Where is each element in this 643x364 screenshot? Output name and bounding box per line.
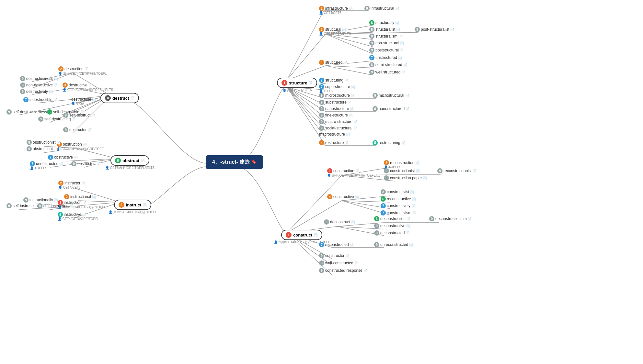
obstruct-icon: 📄 xyxy=(141,159,145,162)
node-obstruct[interactable]: 6 obstruct 📄 👤 CET6/考研/GRE/TOEFL/IELTS xyxy=(105,155,155,170)
word-semi-structured[interactable]: 8 semi-structured 📄 xyxy=(369,62,407,67)
word-obstructive[interactable]: 7 obstructive 📄 xyxy=(48,155,78,160)
instruct-box: 2 instruct 📄 xyxy=(114,200,152,210)
svg-line-11 xyxy=(326,66,373,68)
word-superstructure[interactable]: 7 superstructure 📄 👤 IELTS/ xyxy=(319,84,355,93)
word-deconstruct[interactable]: 8 deconstruct 📄 xyxy=(324,219,355,225)
word-structuring[interactable]: 7 structuring 📄 xyxy=(319,78,348,83)
word-well-structured[interactable]: 9 well structured 📄 xyxy=(369,70,405,75)
word-constructivism[interactable]: 7 constructivism 📄 xyxy=(381,210,416,215)
word-deconstructive[interactable]: 9 deconstructive 📄 xyxy=(374,223,410,228)
word-destructively[interactable]: 9 destructively 📄 xyxy=(20,89,53,94)
svg-line-8 xyxy=(326,34,373,54)
word-constructor[interactable]: 9 constructor 📄 xyxy=(319,253,349,258)
destruct-box: 0 destruct 📄 xyxy=(100,93,139,103)
word-constructively[interactable]: 7 constructively 📄 xyxy=(381,203,415,208)
destruct-icon: 📄 xyxy=(131,96,134,100)
word-instructional[interactable]: 2 instructional 📄 xyxy=(64,194,96,199)
word-instructionally[interactable]: 9 instructionally 📄 xyxy=(23,197,58,203)
word-instructive[interactable]: 5 instructive 📄 👤 CET4/CET6/GRE/TOEFL xyxy=(58,212,99,221)
word-deconstructionism[interactable]: 9 deconstructionism 📄 xyxy=(429,216,472,221)
word-destructible[interactable]: destructible 📄 👤 GRE/ xyxy=(71,97,96,105)
instruct-num: 2 xyxy=(119,202,124,208)
word-structurally[interactable]: 6 structurally 📄 xyxy=(369,20,399,25)
word-constructionist[interactable]: 9 constructionist 📄 xyxy=(384,168,420,173)
word-self-destructive[interactable]: 6 self-destructive 📄 xyxy=(47,109,84,115)
node-structure[interactable]: 1 structure 📄 👤 高中/CET4/CET6 xyxy=(277,78,317,93)
construct-num: 1 xyxy=(286,232,292,238)
instruct-tag: 👤 高中/CET4/CET6/考研/TOEFL xyxy=(109,210,157,215)
word-social-structural[interactable]: 9 social-structural 📄 xyxy=(319,126,357,131)
obstruct-num: 6 xyxy=(115,158,121,163)
word-unreconstructed[interactable]: 9 unreconstructed 📄 xyxy=(374,242,413,247)
word-self-destructiveness[interactable]: 9 self-destructiveness 📄 xyxy=(6,109,52,115)
word-structured[interactable]: 4 structured 📄 xyxy=(319,60,347,65)
instruct-label: instruct xyxy=(126,203,142,207)
word-self-destructing[interactable]: 9 self-destructing 📄 xyxy=(38,116,75,122)
word-restructure[interactable]: 4 restructure 📄 xyxy=(319,140,349,145)
obstruct-label: obstruct xyxy=(122,158,139,163)
word-destructive[interactable]: 3 destructive 📄 👤 CET4/CET6/考研/TOEFL/IEL… xyxy=(63,83,113,92)
word-obstructionist[interactable]: 8 obstructionist 📄 xyxy=(27,140,61,145)
word-structuralist[interactable]: 8 structuralist 📄 xyxy=(369,27,400,32)
bookmark-icon: 🔖 xyxy=(251,159,257,165)
node-destruct[interactable]: 0 destruct 📄 xyxy=(100,93,139,103)
word-structuralism[interactable]: 9 structuralism 📄 xyxy=(369,34,402,39)
word-self-instruction[interactable]: 9 self-instruction 📄 xyxy=(37,203,73,208)
word-instructor[interactable]: 2 instructor 📄 👤 CET4/CET6 xyxy=(58,181,85,189)
construct-box: 1 construct 📄 xyxy=(281,230,322,240)
svg-line-57 xyxy=(287,201,342,233)
node-instruct[interactable]: 2 instruct 📄 👤 高中/CET4/CET6/考研/TOEFL xyxy=(109,200,157,215)
word-obstructionism[interactable]: 9 obstructionism 📄 xyxy=(27,146,63,151)
word-destructiveness[interactable]: 9 destructiveness 📄 xyxy=(20,76,58,81)
word-unobstructed[interactable]: 7 unobstructed 📄 👤 TOEFL/ xyxy=(30,161,63,170)
word-deconstruction[interactable]: 6 deconstruction 📄 xyxy=(374,216,410,221)
word-reconstruction[interactable]: 3 reconstruction 📄 👤 TOEFL/ xyxy=(384,160,419,169)
word-fine-structure[interactable]: 9 fine-structure 📄 xyxy=(319,113,353,118)
word-destructor[interactable]: 9 destructor 📄 xyxy=(63,127,91,132)
central-node-label: 4、-struct- 建造 xyxy=(212,159,250,166)
word-infrastructural[interactable]: 9 infrastructural 📄 xyxy=(364,6,399,11)
word-deconstructed[interactable]: 9 deconstructed 📄 xyxy=(374,230,409,236)
structure-tag: 👤 高中/CET4/CET6 xyxy=(282,88,312,93)
svg-line-7 xyxy=(326,34,373,47)
obstruct-box: 6 obstruct 📄 xyxy=(110,155,149,166)
svg-line-0 xyxy=(287,10,324,80)
word-structural[interactable]: 2 structural 📄 👤 CET4/CET6/IELTS xyxy=(319,27,351,36)
word-indestructible[interactable]: 7 indestructible 📄 xyxy=(23,97,57,102)
word-infrastructure[interactable]: 2 infrastructure 📄 👤 CET4/CET6 xyxy=(319,6,353,15)
word-destruction[interactable]: 2 destruction 📄 👤 高中/CET4/CET6/考研/TOEFL xyxy=(58,66,107,76)
word-non-structural[interactable]: 9 non-structural 📄 xyxy=(369,40,404,46)
connector-lines xyxy=(0,0,643,364)
word-reconstructive[interactable]: 6 reconstructive 📄 xyxy=(381,196,416,202)
word-microstructural[interactable]: 9 microstructural 📄 xyxy=(373,93,409,98)
central-node[interactable]: 4、-struct- 建造 🔖 xyxy=(206,155,263,169)
word-obstructed[interactable]: 9 obstructed 📄 xyxy=(71,161,100,166)
word-well-constructed[interactable]: 9 well-constructed 📄 xyxy=(319,260,358,266)
word-macrostructure[interactable]: macrostructure 📄 xyxy=(319,132,350,137)
word-construction[interactable]: 1 construction 📄 👤 高中/CET4/CET6/考研/TOEFL… xyxy=(327,168,380,178)
word-unstructured[interactable]: 7 unstructured 📄 xyxy=(369,55,402,60)
word-nanostructure[interactable]: 9 nanostructure 📄 xyxy=(319,106,354,111)
structure-label: structure xyxy=(289,81,307,85)
word-reconstructed[interactable]: 7 reconstructed 📄 xyxy=(319,242,354,247)
word-nanostructured[interactable]: 9 nanostructured 📄 xyxy=(373,106,409,111)
word-construction-paper[interactable]: 9 construction paper 📄 xyxy=(384,175,427,181)
person-icon: 👤 xyxy=(282,89,286,92)
word-non-destructive[interactable]: 9 non-destructive 📄 xyxy=(20,83,58,88)
word-constructivist[interactable]: 8 constructivist 📄 xyxy=(381,189,414,194)
word-restructuring[interactable]: 5 restructuring 📄 xyxy=(373,140,405,145)
svg-line-2 xyxy=(287,34,326,80)
word-reconstructionist[interactable]: 9 reconstructionist 📄 xyxy=(437,168,477,173)
word-post-structuralist[interactable]: 9 post-structuralist 📄 xyxy=(415,27,454,32)
word-poststructural[interactable]: 9 poststructural 📄 xyxy=(369,48,404,53)
word-constructive[interactable]: 4 constructive 📄 xyxy=(327,194,359,199)
word-macro-structure[interactable]: 9 macro-structure 📄 xyxy=(319,119,357,124)
construct-label: construct xyxy=(293,233,312,237)
word-microstructure[interactable]: 9 microstructure 📄 xyxy=(319,93,355,98)
word-substructure[interactable]: 9 substructure 📄 xyxy=(319,100,351,105)
structure-icon: 📄 xyxy=(309,81,313,85)
word-constructed-response[interactable]: 9 constructed response 📄 xyxy=(319,268,367,273)
mind-map: 4、-struct- 建造 🔖 1 structure 📄 👤 高中/CET4/… xyxy=(0,0,643,364)
word-obstruction[interactable]: 4 obstruction 📄 👤 CET4/CET6/考研/GRE/TOEFL xyxy=(57,142,106,151)
